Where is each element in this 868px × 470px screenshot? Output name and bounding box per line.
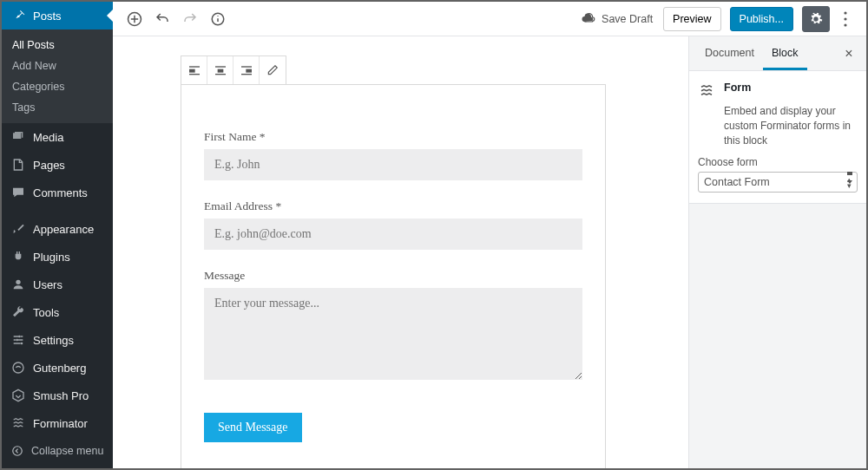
sidebar-submenu-posts: All Posts Add New Categories Tags: [2, 29, 113, 123]
sidebar-item-label: Comments: [33, 186, 88, 199]
sliders-icon: [10, 332, 26, 348]
tab-block[interactable]: Block: [763, 36, 807, 70]
block-editor-canvas[interactable]: First Name * Email Address * Message Sen…: [113, 36, 688, 468]
sidebar-item-label: Pages: [33, 159, 65, 172]
first-name-label: First Name *: [204, 130, 582, 144]
svg-point-9: [844, 17, 846, 20]
sidebar-item-label: Posts: [33, 10, 62, 23]
email-field[interactable]: [204, 219, 582, 250]
plug-icon: [10, 249, 26, 264]
block-toolbar: [181, 55, 286, 85]
editor-topbar: Save Draft Preview Publish...: [113, 2, 866, 36]
svg-point-3: [21, 343, 23, 345]
form-block[interactable]: First Name * Email Address * Message Sen…: [181, 84, 606, 468]
sidebar-item-label: Appearance: [33, 223, 94, 236]
sidebar-item-label: Users: [33, 278, 62, 291]
svg-rect-19: [241, 74, 252, 75]
sidebar-item-users[interactable]: Users: [2, 271, 113, 298]
sidebar-item-pages[interactable]: Pages: [2, 151, 113, 179]
submenu-categories[interactable]: Categories: [2, 76, 113, 97]
inspector-block-title: Form: [724, 82, 751, 94]
collapse-menu[interactable]: Collapse menu: [2, 437, 113, 465]
choose-form-select[interactable]: Contact Form ▴▾: [698, 172, 858, 193]
svg-point-4: [13, 362, 23, 373]
collapse-icon: [10, 444, 24, 458]
undo-button[interactable]: [149, 6, 175, 32]
user-icon: [10, 277, 26, 292]
sidebar-item-label: Gutenberg: [33, 362, 86, 375]
svg-point-5: [13, 447, 23, 456]
forminator-icon: [10, 415, 26, 431]
message-label: Message: [204, 269, 582, 283]
add-block-button[interactable]: [122, 6, 148, 32]
align-right-button[interactable]: [233, 56, 260, 84]
sidebar-item-media[interactable]: Media: [2, 123, 113, 151]
svg-point-0: [16, 280, 20, 284]
sidebar-item-forminator[interactable]: Forminator: [2, 409, 113, 437]
smush-icon: [10, 388, 26, 403]
send-message-button[interactable]: Send Message: [204, 413, 302, 442]
save-draft-label: Save Draft: [602, 13, 653, 25]
block-inspector: Document Block × Form Embed and display …: [688, 36, 866, 468]
inspector-block-description: Embed and display your custom Forminator…: [724, 104, 858, 147]
cloud-icon: [581, 11, 596, 27]
close-inspector-button[interactable]: ×: [838, 43, 859, 64]
form-block-icon: [698, 82, 715, 99]
sidebar-item-smush[interactable]: Smush Pro: [2, 382, 113, 409]
pin-icon: [10, 8, 26, 23]
submenu-all-posts[interactable]: All Posts: [2, 35, 113, 55]
email-label: Email Address *: [204, 199, 582, 213]
sidebar-item-label: Forminator: [33, 417, 88, 430]
svg-rect-17: [241, 66, 252, 67]
settings-button[interactable]: [802, 6, 830, 32]
sidebar-item-comments[interactable]: Comments: [2, 179, 113, 206]
save-draft-button[interactable]: Save Draft: [581, 11, 653, 27]
svg-point-8: [844, 11, 846, 14]
svg-rect-16: [215, 74, 226, 75]
submenu-tags[interactable]: Tags: [2, 97, 113, 118]
first-name-field[interactable]: [204, 149, 582, 180]
redo-button[interactable]: [177, 6, 203, 32]
sidebar-item-settings[interactable]: Settings: [2, 326, 113, 354]
svg-rect-13: [189, 74, 200, 75]
tab-document[interactable]: Document: [696, 36, 763, 70]
sidebar-item-tools[interactable]: Tools: [2, 298, 113, 326]
edit-button[interactable]: [260, 56, 286, 84]
svg-point-2: [16, 339, 18, 342]
svg-rect-14: [215, 66, 226, 67]
comment-icon: [10, 185, 26, 200]
brush-icon: [10, 221, 26, 237]
sidebar-item-label: Settings: [33, 334, 74, 347]
sidebar-item-label: Smush Pro: [33, 389, 89, 402]
preview-button[interactable]: Preview: [663, 7, 720, 31]
gutenberg-icon: [10, 360, 26, 375]
sidebar-item-label: Tools: [33, 306, 59, 319]
collapse-label: Collapse menu: [31, 445, 103, 457]
sidebar-item-label: Plugins: [33, 251, 70, 264]
page-icon: [10, 157, 26, 173]
svg-point-10: [844, 23, 846, 26]
sidebar-item-appearance[interactable]: Appearance: [2, 215, 113, 243]
publish-button[interactable]: Publish...: [730, 7, 793, 31]
sidebar-item-label: Media: [33, 131, 63, 144]
svg-rect-15: [217, 69, 223, 73]
svg-point-1: [18, 336, 21, 338]
svg-rect-12: [189, 69, 195, 73]
sidebar-item-gutenberg[interactable]: Gutenberg: [2, 354, 113, 382]
sidebar-item-posts[interactable]: Posts: [2, 2, 113, 29]
more-menu-button[interactable]: [833, 6, 858, 32]
message-field[interactable]: [204, 288, 582, 380]
svg-rect-11: [189, 66, 200, 67]
info-button[interactable]: [205, 6, 231, 32]
align-center-button[interactable]: [207, 56, 233, 84]
submenu-add-new[interactable]: Add New: [2, 55, 113, 76]
media-icon: [10, 129, 26, 145]
choose-form-label: Choose form: [698, 156, 858, 168]
sidebar-item-plugins[interactable]: Plugins: [2, 243, 113, 271]
align-left-button[interactable]: [181, 56, 207, 84]
wrench-icon: [10, 304, 26, 320]
admin-sidebar: Posts All Posts Add New Categories Tags …: [2, 2, 113, 468]
svg-rect-18: [246, 69, 252, 73]
selected-form-value: Contact Form: [704, 176, 770, 188]
